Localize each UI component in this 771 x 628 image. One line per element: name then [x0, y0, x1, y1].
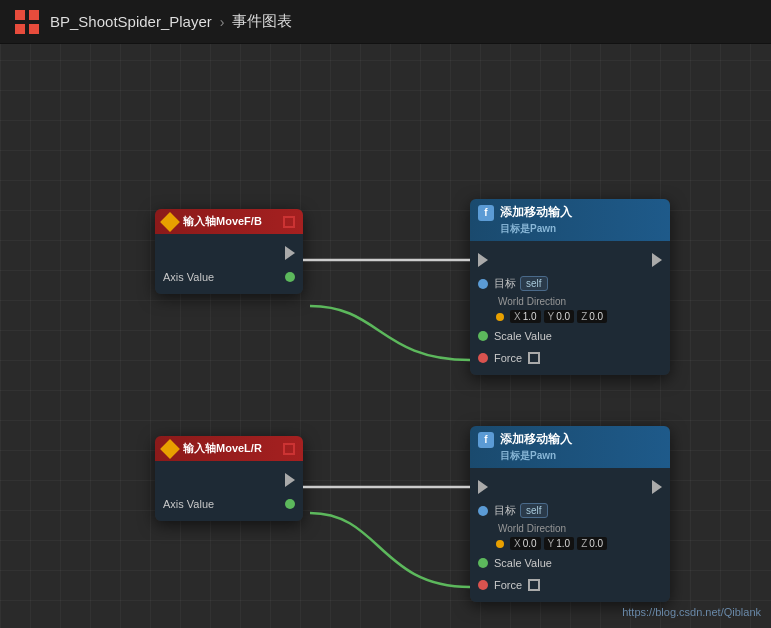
input-axis-fb-title: 输入轴MoveF/B — [183, 214, 262, 229]
node-delete-icon[interactable] — [283, 216, 295, 228]
axis-diamond-lr-icon — [160, 439, 180, 459]
force-label-fb: Force — [494, 352, 522, 364]
add-move-lr-title: 添加移动输入 — [500, 431, 572, 448]
add-move-fb-body: 目标 self World Direction X 1.0 Y 0.0 Z 0.… — [470, 241, 670, 375]
target-row-fb: 目标 self — [470, 273, 670, 294]
exec-out-pin-fb[interactable] — [652, 253, 662, 267]
scale-label-fb: Scale Value — [494, 330, 552, 342]
force-checkbox-fb[interactable] — [528, 352, 540, 364]
input-axis-fb-header: 输入轴MoveF/B — [155, 209, 303, 234]
input-axis-lr-body: Axis Value — [155, 461, 303, 521]
breadcrumb-arrow: › — [220, 14, 225, 30]
x-field-fb[interactable]: X 1.0 — [510, 310, 541, 323]
xyz-row-fb: X 1.0 Y 0.0 Z 0.0 — [470, 308, 670, 325]
world-dir-pin-lr[interactable] — [496, 540, 504, 548]
exec-out-pin[interactable] — [285, 246, 295, 260]
input-axis-fb-node[interactable]: 输入轴MoveF/B Axis Value — [155, 209, 303, 294]
graph-name: 事件图表 — [232, 12, 292, 31]
exec-in-pin-lr[interactable] — [478, 480, 488, 494]
world-dir-label-fb: World Direction — [470, 294, 670, 308]
axis-value-label-lr: Axis Value — [163, 498, 214, 510]
node-delete-lr-icon[interactable] — [283, 443, 295, 455]
force-row-fb: Force — [470, 347, 670, 369]
input-axis-lr-header: 输入轴MoveL/R — [155, 436, 303, 461]
scale-row-fb: Scale Value — [470, 325, 670, 347]
input-axis-fb-body: Axis Value — [155, 234, 303, 294]
target-label-lr: 目标 — [494, 503, 516, 518]
axis-value-label: Axis Value — [163, 271, 214, 283]
force-checkbox-lr[interactable] — [528, 579, 540, 591]
scale-label-lr: Scale Value — [494, 557, 552, 569]
target-pin-lr[interactable] — [478, 506, 488, 516]
input-axis-lr-title: 输入轴MoveL/R — [183, 441, 262, 456]
axis-value-row-lr: Axis Value — [155, 493, 303, 515]
scale-pin-lr[interactable] — [478, 558, 488, 568]
add-move-fb-subtitle: 目标是Pawn — [478, 222, 556, 236]
func-icon-fb: f — [478, 205, 494, 221]
target-row-lr: 目标 self — [470, 500, 670, 521]
force-label-lr: Force — [494, 579, 522, 591]
add-move-fb-title: 添加移动输入 — [500, 204, 572, 221]
force-pin-fb[interactable] — [478, 353, 488, 363]
z-field-lr[interactable]: Z 0.0 — [577, 537, 607, 550]
target-label-fb: 目标 — [494, 276, 516, 291]
func-icon-lr: f — [478, 432, 494, 448]
world-dir-pin-fb[interactable] — [496, 313, 504, 321]
world-dir-label-lr: World Direction — [470, 521, 670, 535]
exec-out-pin-lr2[interactable] — [652, 480, 662, 494]
xyz-row-lr: X 0.0 Y 1.0 Z 0.0 — [470, 535, 670, 552]
input-axis-lr-node[interactable]: 输入轴MoveL/R Axis Value — [155, 436, 303, 521]
axis-diamond-icon — [160, 212, 180, 232]
add-move-lr-body: 目标 self World Direction X 0.0 Y 1.0 Z 0.… — [470, 468, 670, 602]
exec-row-fb — [470, 247, 670, 273]
exec-out-pin-lr[interactable] — [285, 473, 295, 487]
axis-value-row: Axis Value — [155, 266, 303, 288]
title-bar: BP_ShootSpider_Player › 事件图表 — [0, 0, 771, 44]
axis-value-pin-lr[interactable] — [285, 499, 295, 509]
target-pin-fb[interactable] — [478, 279, 488, 289]
y-field-lr[interactable]: Y 1.0 — [544, 537, 575, 550]
exec-row-lr — [470, 474, 670, 500]
axis-value-pin[interactable] — [285, 272, 295, 282]
force-pin-lr[interactable] — [478, 580, 488, 590]
blueprint-icon — [14, 9, 40, 35]
add-move-lr-node[interactable]: f 添加移动输入 目标是Pawn 目标 self World Direction — [470, 426, 670, 602]
force-row-lr: Force — [470, 574, 670, 596]
exec-in-pin-fb[interactable] — [478, 253, 488, 267]
scale-row-lr: Scale Value — [470, 552, 670, 574]
project-name: BP_ShootSpider_Player — [50, 13, 212, 30]
scale-pin-fb[interactable] — [478, 331, 488, 341]
self-badge-lr: self — [520, 503, 548, 518]
add-move-fb-node[interactable]: f 添加移动输入 目标是Pawn 目标 self World Direction — [470, 199, 670, 375]
watermark: https://blog.csdn.net/Qiblank — [622, 606, 761, 618]
exec-out-row-lr — [155, 467, 303, 493]
blueprint-canvas[interactable]: 输入轴MoveF/B Axis Value f 添加移动输入 目标是Pawn — [0, 44, 771, 628]
add-move-lr-subtitle: 目标是Pawn — [478, 449, 556, 463]
self-badge-fb: self — [520, 276, 548, 291]
x-field-lr[interactable]: X 0.0 — [510, 537, 541, 550]
z-field-fb[interactable]: Z 0.0 — [577, 310, 607, 323]
exec-out-row — [155, 240, 303, 266]
add-move-fb-header: f 添加移动输入 目标是Pawn — [470, 199, 670, 241]
y-field-fb[interactable]: Y 0.0 — [544, 310, 575, 323]
add-move-lr-header: f 添加移动输入 目标是Pawn — [470, 426, 670, 468]
